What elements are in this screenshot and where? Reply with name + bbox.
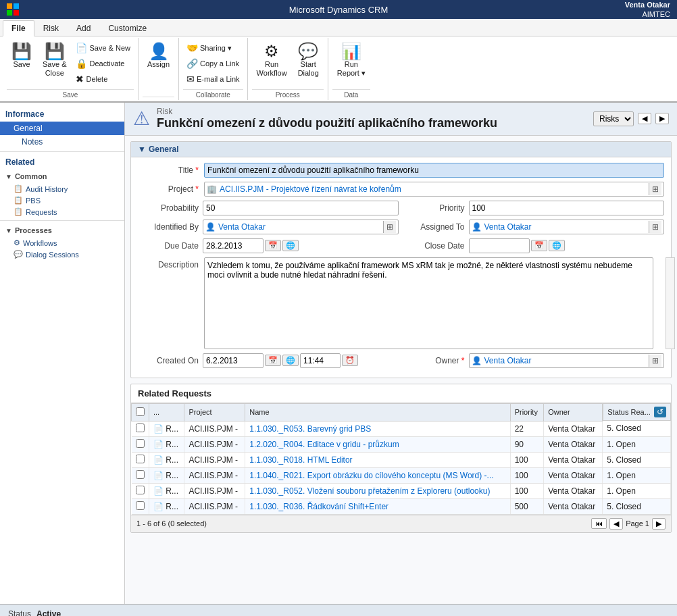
owner-lookup: 👤 Venta Otakar ⊞ bbox=[469, 353, 665, 368]
copy-link-button[interactable]: 🔗 Copy a Link bbox=[183, 56, 243, 71]
tab-add[interactable]: Add bbox=[68, 20, 99, 36]
sidebar-item-dialog-sessions[interactable]: 💬 Dialog Sessions bbox=[0, 249, 124, 260]
svg-rect-0 bbox=[7, 3, 12, 9]
row-name[interactable]: 1.1.040._R021. Export obrázku do cílovéh… bbox=[245, 467, 510, 483]
due-date-tz-btn[interactable]: 🌐 bbox=[282, 240, 299, 251]
close-date-input[interactable] bbox=[469, 238, 530, 253]
save-close-label: Save &Close bbox=[43, 60, 66, 78]
close-date-picker-btn[interactable]: 📅 bbox=[531, 240, 547, 251]
col-header-project: Project bbox=[184, 403, 245, 421]
row-project: ACI.IIS.PJM - bbox=[184, 483, 245, 498]
email-link-button[interactable]: ✉ E-mail a Link bbox=[183, 72, 243, 86]
pagination-first-btn[interactable]: ⏮ bbox=[591, 518, 607, 529]
due-date-input[interactable] bbox=[203, 238, 264, 253]
pagination-prev-btn[interactable]: ◀ bbox=[609, 518, 623, 530]
row-name[interactable]: 1.2.020._R004. Editace v gridu - průzkum bbox=[245, 436, 510, 452]
created-on-label: Created On bbox=[138, 356, 199, 365]
row-name[interactable]: 1.1.030._R053. Barevný grid PBS bbox=[245, 421, 510, 436]
assigned-to-lookup-btn[interactable]: ⊞ bbox=[649, 221, 661, 233]
description-textarea[interactable]: Vzhledem k tomu, že používáme aplikační … bbox=[204, 257, 653, 349]
sidebar-divider-1 bbox=[0, 151, 124, 152]
col-header-name: Name bbox=[245, 403, 510, 421]
row-name[interactable]: 1.1.030._R052. Vložení souboru přetažení… bbox=[245, 483, 510, 498]
identified-by-link[interactable]: Venta Otakar bbox=[218, 222, 383, 232]
row-name[interactable]: 1.1.030._R036. Řádkování Shift+Enter bbox=[245, 498, 510, 514]
row-checkbox[interactable] bbox=[132, 436, 149, 452]
assigned-to-link[interactable]: Venta Otakar bbox=[484, 222, 649, 232]
svg-rect-2 bbox=[7, 10, 12, 16]
status-label: Status bbox=[8, 609, 31, 617]
table-row: 📄 R... ACI.IIS.PJM - 1.1.040._R021. Expo… bbox=[132, 467, 671, 483]
refresh-button[interactable]: ↺ bbox=[654, 407, 666, 417]
sidebar-item-notes[interactable]: Notes bbox=[0, 135, 124, 149]
project-label: Project bbox=[138, 184, 199, 194]
row-name[interactable]: 1.1.030._R018. HTML Editor bbox=[245, 452, 510, 467]
project-lookup-btn[interactable]: ⊞ bbox=[649, 183, 661, 195]
created-on-picker-btn[interactable]: 📅 bbox=[265, 355, 281, 366]
created-on-tz-btn[interactable]: 🌐 bbox=[282, 355, 299, 366]
select-all-checkbox[interactable] bbox=[136, 407, 145, 416]
start-dialog-button[interactable]: 💬 StartDialog bbox=[293, 41, 324, 80]
row-type-icon: 📄 bbox=[153, 440, 164, 449]
sharing-button[interactable]: 🤝 Sharing ▾ bbox=[183, 41, 243, 55]
tab-file[interactable]: File bbox=[3, 20, 34, 36]
delete-button[interactable]: ✖ Delete bbox=[72, 72, 134, 86]
identified-by-lookup-btn[interactable]: ⊞ bbox=[383, 221, 396, 233]
deactivate-button[interactable]: 🔒 Deactivate bbox=[72, 56, 134, 71]
sidebar-item-general[interactable]: General bbox=[0, 122, 124, 135]
sidebar-divider-2 bbox=[0, 220, 124, 221]
owner-link[interactable]: Venta Otakar bbox=[484, 356, 649, 365]
title-input[interactable] bbox=[204, 163, 664, 178]
sidebar-item-pbs[interactable]: 📋 PBS bbox=[0, 195, 124, 206]
save-button[interactable]: 💾 Save bbox=[7, 41, 36, 72]
tab-risk[interactable]: Risk bbox=[34, 20, 68, 36]
row-checkbox[interactable] bbox=[132, 452, 149, 467]
assign-button[interactable]: 👤 Assign bbox=[143, 41, 174, 72]
sidebar-item-workflows[interactable]: ⚙ Workflows bbox=[0, 237, 124, 249]
user-info: Venta Otakar AIMTEC bbox=[625, 0, 670, 19]
ribbon-group-data: 📊 RunReport ▾ Data bbox=[328, 38, 374, 100]
sidebar-item-audit-history[interactable]: 📋 Audit History bbox=[0, 183, 124, 195]
sidebar-item-requests[interactable]: 📋 Requests bbox=[0, 206, 124, 217]
close-date-tz-btn[interactable]: 🌐 bbox=[549, 240, 565, 251]
row-type-icon: 📄 bbox=[153, 424, 164, 434]
row-checkbox[interactable] bbox=[132, 421, 149, 436]
save-close-button[interactable]: 💾 Save &Close bbox=[38, 41, 71, 80]
run-workflow-icon: ⚙ bbox=[264, 43, 279, 59]
created-on-time-btn[interactable]: ⏰ bbox=[342, 355, 358, 366]
row-checkbox[interactable] bbox=[132, 467, 149, 483]
probability-input[interactable] bbox=[203, 201, 399, 215]
row-priority: 100 bbox=[510, 483, 544, 498]
assigned-to-lookup: 👤 Venta Otakar ⊞ bbox=[469, 220, 665, 234]
pagination-next-btn[interactable]: ▶ bbox=[652, 518, 666, 530]
record-view-selector[interactable]: Risks bbox=[593, 111, 634, 126]
ribbon-process-buttons: ⚙ RunWorkflow 💬 StartDialog bbox=[252, 38, 324, 89]
ribbon-assign-buttons: 👤 Assign bbox=[143, 38, 174, 97]
save-new-button[interactable]: 📄 Save & New bbox=[72, 41, 134, 55]
title-bar: Microsoft Dynamics CRM Venta Otakar AIMT… bbox=[0, 0, 677, 19]
created-on-date-input[interactable] bbox=[203, 353, 264, 368]
field-close-date: Close Date 📅 🌐 bbox=[404, 238, 665, 253]
created-on-time-input[interactable] bbox=[300, 353, 341, 368]
row-project: ACI.IIS.PJM - bbox=[184, 452, 245, 467]
nav-next-button[interactable]: ▶ bbox=[655, 113, 669, 124]
tab-customize[interactable]: Customize bbox=[99, 20, 155, 36]
project-link-icon: 🏢 bbox=[207, 184, 217, 194]
row-checkbox[interactable] bbox=[132, 498, 149, 514]
row-checkbox[interactable] bbox=[132, 483, 149, 498]
nav-prev-button[interactable]: ◀ bbox=[638, 113, 651, 124]
section-general-header[interactable]: ▼ General bbox=[131, 142, 671, 157]
due-date-picker-btn[interactable]: 📅 bbox=[265, 240, 281, 251]
owner-lookup-btn[interactable]: ⊞ bbox=[649, 355, 661, 367]
project-link[interactable]: ACI.IIS.PJM - Projektové řízení návrat k… bbox=[220, 184, 649, 194]
row-project: ACI.IIS.PJM - bbox=[184, 467, 245, 483]
created-on-container: 📅 🌐 ⏰ bbox=[203, 353, 358, 368]
run-report-button[interactable]: 📊 RunReport ▾ bbox=[332, 41, 370, 80]
description-scrollbar[interactable] bbox=[666, 257, 675, 349]
form-row-description: Description Vzhledem k tomu, že používám… bbox=[138, 257, 664, 349]
assigned-to-label: Assigned To bbox=[404, 222, 465, 232]
form-body: Title Project 🏢 ACI.IIS.PJM - Projektové… bbox=[131, 157, 671, 378]
priority-input[interactable] bbox=[469, 201, 665, 215]
run-workflow-button[interactable]: ⚙ RunWorkflow bbox=[252, 41, 292, 80]
related-section: Related bbox=[0, 155, 124, 170]
